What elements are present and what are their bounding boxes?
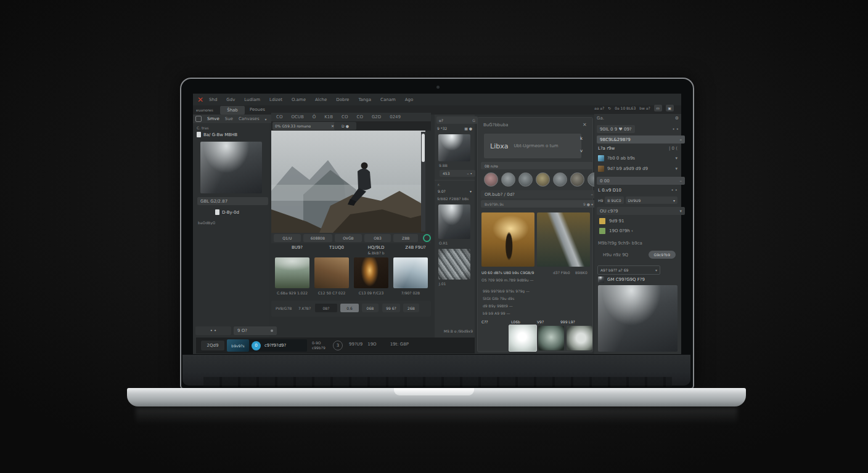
avatar[interactable] [518, 172, 533, 187]
dialog-side-button-1[interactable]: k [580, 136, 583, 141]
menu-item[interactable]: Canam [380, 97, 396, 102]
option-icon[interactable]: OCUB [291, 115, 303, 119]
right-search-row[interactable]: Ga. ⚙ [597, 116, 679, 121]
middle-thumbnail-1[interactable] [438, 134, 470, 161]
canvas-scrollbar[interactable] [421, 132, 425, 232]
column-header[interactable]: HQ/9LD [359, 245, 393, 250]
option-icon[interactable]: 0249 [390, 115, 401, 119]
option-icon[interactable]: CO [357, 115, 363, 119]
secondary-button[interactable]: 06B [362, 304, 379, 312]
right-waterfall-preview[interactable] [598, 285, 678, 352]
option-icon[interactable]: CO [276, 115, 282, 119]
combo-button[interactable]: B 9UC0 [605, 196, 623, 204]
sphere-thumbnail-selected[interactable] [509, 325, 537, 352]
chevron-down-icon[interactable]: ▾ [675, 156, 678, 161]
middle-thumbnail-3[interactable] [438, 249, 470, 280]
preset-thumbnail[interactable] [314, 257, 349, 288]
more-dots-icon[interactable]: • • [671, 188, 678, 193]
layers-icon[interactable]: ▣ [666, 105, 674, 111]
left-field[interactable]: GBL G2/2.87 [197, 197, 268, 205]
left-footer-button-2[interactable]: 9 O? [234, 326, 277, 335]
filmstrip-tab[interactable]: OB3 [364, 234, 391, 242]
avatar[interactable] [553, 172, 567, 187]
menu-item[interactable]: Ldizet [269, 97, 282, 102]
group-row[interactable]: 0 00 – [597, 177, 685, 185]
column-header[interactable]: T1UQ0 [319, 245, 354, 250]
document-tab[interactable]: 0% G59.33 romano ✕ [272, 122, 337, 130]
file-result-row[interactable]: GM C99?G9Q F?9 [598, 277, 645, 283]
status-button-1[interactable]: 2Qd9 [201, 341, 224, 350]
collapse-icon[interactable]: – [680, 179, 682, 184]
layer-row[interactable]: 9d? b9 a9d9 d9 d9 ▾ [598, 166, 678, 172]
combo-label-1[interactable]: H9 [598, 198, 603, 203]
status-thumbnail[interactable]: b9v9?s [227, 339, 249, 352]
right-header-3[interactable]: OU c9?9 ▾ [597, 207, 685, 215]
preset-thumbnail[interactable] [275, 257, 309, 288]
raw-row[interactable]: L?a r9w | 0 ( [598, 146, 678, 151]
menu-item[interactable]: Ago [405, 97, 414, 102]
left-footer-button-1[interactable]: • • [195, 326, 231, 335]
autumn-road-photo[interactable] [537, 212, 590, 267]
asset-row[interactable]: 19O 0?9h ‹ [599, 228, 633, 234]
filmstrip-tab[interactable]: ZBB [393, 234, 418, 242]
scrollbar-thumb[interactable] [422, 134, 425, 162]
chevron-down-icon[interactable]: ▾ [265, 117, 267, 121]
grid-view-icon[interactable]: ▦ ● [464, 126, 472, 131]
middle-button[interactable]: 453 – • [440, 170, 475, 177]
toolbar-label-a[interactable]: aa a? [594, 106, 604, 110]
avatar[interactable] [570, 172, 584, 187]
option-icon[interactable]: K1B [324, 115, 333, 119]
workspace-tab[interactable]: Peoues [250, 107, 265, 112]
workspace-tab-active[interactable]: Šhab [220, 106, 245, 115]
filmstrip-tab[interactable]: 60880B [303, 234, 333, 242]
toolbar-label-b[interactable]: 0a 10 BL63 [615, 106, 636, 110]
menu-item[interactable]: Ludlam [244, 97, 260, 102]
gear-icon[interactable]: ⚙ [675, 116, 679, 121]
left-tab-canvas[interactable]: Canvases [239, 116, 260, 121]
toolbar-label-c[interactable]: bw a? [639, 106, 650, 110]
preset-thumbnail[interactable] [393, 257, 428, 288]
middle-search-field[interactable]: o? G [436, 116, 478, 124]
column-header[interactable]: Z4B F9U? [398, 245, 433, 250]
left-tab-size[interactable]: Sue [225, 116, 233, 121]
status-badge[interactable]: 0 [252, 341, 261, 350]
combo-dropdown[interactable]: DV9U9 ▾ [626, 196, 678, 204]
status-circle-icon[interactable]: 3 [333, 341, 343, 350]
menu-item[interactable]: Alche [315, 97, 327, 102]
asset-row[interactable]: 9d9 91 [599, 218, 624, 224]
menu-item[interactable]: Shd [209, 97, 217, 102]
collapse-icon[interactable]: – [680, 137, 682, 142]
layer-row[interactable]: ?b0 0 ab b9s ▾ [598, 155, 678, 161]
dialog-bar-2[interactable]: Bv9?9h.9s 9 ● ▾ [481, 200, 597, 208]
filmstrip-tab[interactable]: Q1/U [274, 234, 301, 242]
avatar[interactable] [536, 172, 550, 187]
secondary-button[interactable]: 26B [403, 304, 419, 312]
sphere-thumbnail[interactable] [538, 326, 564, 350]
left-tab-save[interactable]: Smve [207, 116, 219, 121]
waterfall-thumbnail[interactable] [200, 142, 262, 193]
menu-item[interactable]: Tanga [358, 97, 371, 102]
dialog-section-bar[interactable]: 0B n/ro [481, 162, 593, 169]
avatar[interactable] [484, 172, 498, 187]
menu-item[interactable]: Gdv [226, 97, 235, 102]
dialog-bar2-icons[interactable]: 9 ● ▾ [583, 202, 593, 206]
file-row[interactable]: Ba/ G-Bw MBHB [197, 132, 237, 137]
sync-status-icon[interactable] [423, 234, 431, 242]
more-dots-icon[interactable]: • • [673, 127, 679, 132]
right-dropdown-2[interactable]: A9? b9?? a? 69 ▾ [597, 265, 660, 275]
option-icon[interactable]: Ô [313, 115, 316, 119]
display-icon[interactable]: ▭ [654, 105, 662, 111]
autumn-path-photo[interactable] [481, 212, 534, 267]
chevron-down-icon[interactable]: ▾ [675, 166, 678, 171]
canvas-image[interactable] [271, 131, 425, 233]
column-header[interactable]: BU9? [280, 245, 314, 250]
preset-thumbnail[interactable] [354, 257, 388, 288]
filmstrip-tab[interactable]: OVĜB [335, 234, 362, 242]
pill-button[interactable]: G9c9?b9 [649, 251, 676, 259]
option-icon[interactable]: G2D [372, 115, 381, 119]
option-icon[interactable]: CO [342, 115, 348, 119]
collapse-icon[interactable]: – [591, 192, 594, 197]
sphere-thumbnail[interactable] [481, 326, 507, 350]
selected-row[interactable]: 9BC9L&29B?9 – [597, 135, 685, 144]
file-row-2[interactable]: D-By-0d [215, 209, 239, 215]
